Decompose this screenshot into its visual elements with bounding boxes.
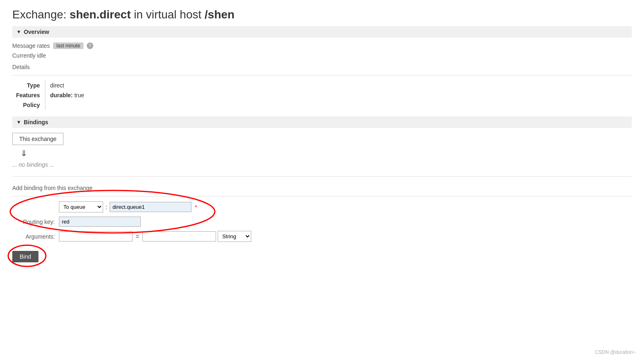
down-arrow-icon: ⇓ [20, 148, 632, 158]
arguments-label: Arguments: [12, 233, 57, 240]
details-policy-row: Policy [12, 100, 89, 110]
routing-key-row: Routing key: [12, 217, 197, 227]
no-bindings-text: ... no bindings ... [12, 161, 632, 168]
message-rates-label: Message rates [12, 42, 50, 49]
bindings-content: This exchange ⇓ ... no bindings ... [12, 133, 632, 168]
page-title: Exchange: shen.direct in virtual host /s… [12, 8, 632, 21]
arguments-key-input[interactable] [59, 231, 133, 241]
details-label: Details [12, 64, 632, 70]
required-star: * [195, 204, 197, 210]
colon-separator: : [106, 204, 107, 210]
message-rates-row: Message rates last minute ? [12, 42, 632, 49]
type-value: direct [45, 80, 89, 90]
type-key: Type [12, 80, 45, 90]
add-binding-section: Add binding from this exchange To queue … [12, 185, 632, 262]
features-value: durable: true [45, 90, 89, 100]
overview-section-label: Overview [24, 29, 49, 35]
details-table: Type direct Features durable: true Polic… [12, 80, 89, 110]
bindings-collapse-arrow: ▼ [16, 119, 21, 125]
policy-value [45, 100, 89, 110]
help-icon[interactable]: ? [87, 42, 93, 49]
details-type-row: Type direct [12, 80, 89, 90]
bind-button[interactable]: Bind [12, 251, 38, 262]
this-exchange-box: This exchange [12, 133, 63, 145]
queue-name-input[interactable] [110, 202, 191, 212]
bindings-section-label: Bindings [24, 119, 48, 125]
routing-key-label: Routing key: [12, 219, 57, 225]
type-select[interactable]: String Number Boolean List [218, 231, 251, 242]
divider-2 [12, 176, 632, 177]
add-binding-title: Add binding from this exchange [12, 185, 632, 191]
bindings-section-header[interactable]: ▼ Bindings [12, 116, 632, 128]
overview-section-header[interactable]: ▼ Overview [12, 26, 632, 38]
routing-key-input[interactable] [59, 217, 141, 227]
currently-idle-text: Currently idle [12, 52, 632, 59]
overview-collapse-arrow: ▼ [16, 29, 21, 35]
to-queue-row: To queue To exchange : * [12, 201, 197, 212]
arguments-value-input[interactable] [142, 231, 216, 241]
details-features-row: Features durable: true [12, 90, 89, 100]
features-key: Features [12, 90, 45, 100]
policy-key: Policy [12, 100, 45, 110]
to-queue-select[interactable]: To queue To exchange [59, 201, 103, 212]
divider-1 [12, 75, 632, 76]
arguments-row: Arguments: = String Number Boolean List [12, 231, 632, 242]
message-rates-badge[interactable]: last minute [53, 42, 83, 49]
divider-3 [12, 196, 632, 197]
eq-sign: = [136, 233, 139, 240]
